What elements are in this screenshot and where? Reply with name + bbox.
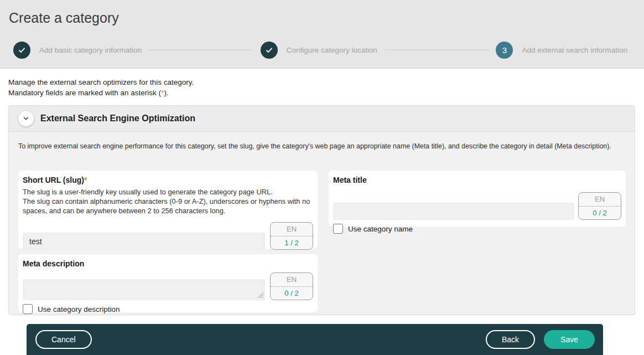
required-asterisk: * [84,176,87,184]
slug-language-code: EN [271,223,313,236]
step-connector [149,50,253,50]
meta-title-card: Meta title EN 0 / 2 Use category name [329,171,626,227]
meta-description-card: Meta description EN 0 / 2 Use category d… [18,254,318,312]
slug-help-text: The slug is a user-friendly key usually … [23,187,313,215]
step-category-location[interactable]: Configure category location [261,42,377,59]
step-3-label: Add external search information [522,46,627,54]
step-basic-info[interactable]: Add basic category information [13,42,142,59]
collapse-toggle-button[interactable] [18,110,34,127]
meta-description-language-count: 0 / 2 [271,287,313,300]
use-category-description-checkbox[interactable] [23,304,33,314]
step-2-label: Configure category location [287,46,377,54]
meta-title-language-code: EN [579,193,621,207]
step-connector [385,50,489,50]
seo-panel: External Search Engine Optimization To i… [8,105,635,315]
meta-title-language-selector[interactable]: EN 0 / 2 [578,192,621,220]
slug-label: Short URL (slug)* [23,176,313,184]
check-icon [18,46,26,54]
slug-language-count: 1 / 2 [271,236,313,250]
footer-action-bar: Cancel Back Save [27,324,603,355]
seo-panel-description: To improve external search engine perfor… [18,142,611,150]
intro-text: Manage the external search optimizers fo… [8,77,194,98]
meta-description-textarea[interactable] [23,279,265,300]
create-category-wizard: Create a category Add basic category inf… [0,0,644,355]
save-button[interactable]: Save [544,330,595,349]
use-category-name-checkbox[interactable] [333,224,343,234]
chevron-down-icon [22,115,30,122]
step-1-circle [13,42,30,59]
slug-language-selector[interactable]: EN 1 / 2 [270,222,313,250]
meta-description-language-code: EN [271,273,313,287]
step-2-circle [261,42,278,59]
seo-panel-title: External Search Engine Optimization [40,114,195,124]
page-header: Create a category Add basic category inf… [0,0,644,69]
seo-panel-header[interactable]: External Search Engine Optimization [9,106,635,132]
meta-description-language-selector[interactable]: EN 0 / 2 [270,272,313,300]
back-button[interactable]: Back [486,330,535,349]
meta-title-language-count: 0 / 2 [579,207,621,220]
use-category-name-row: Use category name [333,224,621,234]
meta-title-label: Meta title [333,176,621,184]
slug-card: Short URL (slug)* The slug is a user-fri… [18,171,318,249]
use-category-description-label: Use category description [38,305,120,313]
use-category-name-label: Use category name [348,225,413,233]
cancel-button[interactable]: Cancel [35,330,92,349]
slug-input[interactable] [23,233,265,250]
page-title: Create a category [9,10,119,26]
resize-handle-icon[interactable] [257,291,264,299]
step-1-label: Add basic category information [39,46,142,54]
wizard-stepper: Add basic category information Configure… [13,41,627,59]
intro-line-2: Mandatory fields are marked with an aste… [8,88,194,98]
step-3-circle: 3 [496,42,513,59]
meta-title-input[interactable] [333,203,574,220]
use-category-description-row: Use category description [23,304,313,314]
check-icon [265,46,273,54]
intro-line-1: Manage the external search optimizers fo… [8,77,194,88]
meta-description-label: Meta description [23,259,313,268]
step-external-search[interactable]: 3 Add external search information [496,42,627,59]
